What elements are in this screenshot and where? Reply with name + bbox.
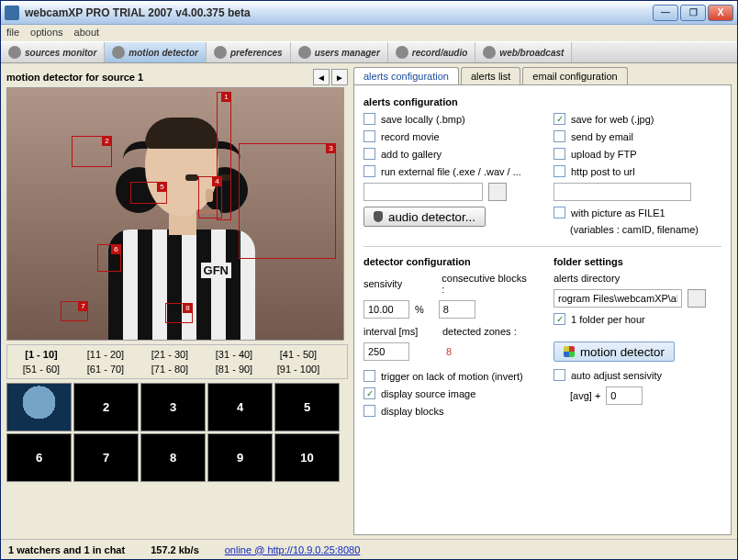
thumbnail[interactable]: 6 [6,433,72,482]
tool-motion[interactable]: motion detector [105,42,207,62]
detection-zone[interactable]: 3 [239,143,336,259]
status-online-link[interactable]: online @ http://10.9.0.25:8080 [225,544,730,555]
chk-display-blocks[interactable] [363,405,375,417]
record-icon [396,46,408,59]
thumbnail[interactable]: 10 [274,433,340,482]
alerts-dir-input[interactable] [554,289,682,308]
browse-ext-button[interactable] [488,183,507,201]
video-preview[interactable]: GFN 12345678 [6,87,344,341]
thumbnail[interactable]: 4 [207,383,273,431]
status-bar: 1 watchers and 1 in chat 157.2 kb/s onli… [1,539,737,559]
avg-input[interactable] [606,386,643,405]
zone-number: 7 [78,301,88,311]
detection-zone[interactable]: 2 [72,136,112,167]
range-option[interactable]: [1 - 10] [9,347,73,362]
tab-alerts-list[interactable]: alerts list [461,67,520,84]
chk-upload-ftp[interactable] [554,148,565,160]
minimize-button[interactable]: — [653,5,678,21]
thumbnail[interactable]: 9 [207,433,273,482]
detection-zone[interactable]: 6 [97,244,121,272]
menu-file[interactable]: file [6,27,19,39]
detector-heading: detector configuration [363,256,531,267]
range-option[interactable]: [91 - 100] [266,362,330,376]
chk-folder-per-hour[interactable]: ✓ [554,313,565,325]
range-option[interactable]: [81 - 90] [202,362,266,376]
tool-users[interactable]: users manager [291,42,388,62]
motion-detector-button[interactable]: motion detector [554,342,675,362]
menu-about[interactable]: about [74,27,100,39]
window-title: webcamXP PRO TRIAL 2007 v4.00.375 beta [25,6,651,19]
right-pane: alerts configuration alerts list email c… [353,67,732,535]
app-window: webcamXP PRO TRIAL 2007 v4.00.375 beta —… [0,0,738,560]
chk-display-source[interactable]: ✓ [363,387,375,399]
http-url-input[interactable] [554,183,691,201]
thumbnail[interactable] [6,383,72,431]
range-option[interactable]: [31 - 40] [202,347,266,362]
chk-with-picture[interactable] [554,207,565,218]
zone-number: 2 [102,136,112,146]
detection-zone[interactable]: 4 [198,176,222,218]
shirt-text: GFN [201,263,231,278]
sensivity-input[interactable] [363,300,409,319]
tab-alerts-config[interactable]: alerts configuration [353,67,459,84]
interval-input[interactable] [363,342,409,361]
consecutive-blocks-input[interactable] [439,300,475,319]
tab-email-config[interactable]: email configuration [522,67,627,84]
thumbnail-grid: 2345678910 [6,383,348,482]
chk-http-post[interactable] [554,165,565,177]
range-option[interactable]: [71 - 80] [138,362,202,376]
chk-save-local[interactable] [363,113,375,125]
chk-auto-adjust[interactable] [554,369,565,381]
status-watchers: 1 watchers and 1 in chat [8,544,125,555]
gear-icon [214,46,227,59]
chk-save-web[interactable]: ✓ [554,113,565,125]
detection-zone[interactable]: 7 [61,301,88,321]
menu-options[interactable]: options [30,27,62,39]
thumbnail[interactable]: 2 [73,383,139,431]
thumbnail[interactable]: 3 [140,383,206,431]
prev-source-button[interactable]: ◄ [313,69,330,85]
tool-sources[interactable]: sources monitor [1,42,105,62]
preview-title: motion detector for source 1 [6,72,143,83]
maximize-button[interactable]: ❐ [680,5,706,21]
next-source-button[interactable]: ► [331,69,348,85]
chk-trigger-invert[interactable] [363,370,375,382]
zone-number: 1 [221,92,231,102]
range-option[interactable]: [51 - 60] [9,362,73,376]
broadcast-icon [483,46,496,59]
ext-file-input[interactable] [363,183,483,201]
chk-record-movie[interactable] [363,130,375,142]
tool-web[interactable]: web/broadcast [475,42,572,62]
tool-prefs[interactable]: preferences [207,42,291,62]
microphone-icon [374,211,383,222]
folder-heading: folder settings [554,256,721,267]
range-option[interactable]: [21 - 30] [138,347,202,362]
browse-dir-button[interactable] [688,289,706,308]
close-button[interactable]: X [708,5,733,21]
range-option[interactable]: [11 - 20] [73,347,138,362]
alerts-heading: alerts configuration [363,96,721,107]
users-icon [298,46,311,59]
zone-number: 8 [183,303,193,313]
thumbnail[interactable]: 7 [73,433,139,482]
chk-run-ext[interactable] [363,165,375,177]
thumbnail[interactable]: 5 [274,383,340,431]
app-icon [5,6,19,20]
zone-number: 6 [111,244,121,254]
detection-zone[interactable]: 8 [165,303,193,323]
tool-record[interactable]: record/audio [388,42,476,62]
thumbnail[interactable]: 8 [140,433,206,482]
range-selector: [1 - 10][11 - 20][21 - 30][31 - 40][41 -… [6,344,348,379]
zone-number: 3 [326,143,336,153]
toolbar: sources monitor motion detector preferen… [1,41,737,63]
detected-zones-value: 8 [446,346,452,357]
left-pane: motion detector for source 1 ◄ ► [6,67,348,535]
range-option[interactable]: [41 - 50] [266,347,330,362]
status-speed: 157.2 kb/s [151,544,199,555]
chk-send-email[interactable] [554,130,565,142]
detection-zone[interactable]: 5 [130,182,167,204]
chk-add-gallery[interactable] [363,148,375,160]
range-option[interactable]: [61 - 70] [73,362,138,376]
zone-number: 4 [212,176,222,186]
audio-detector-button[interactable]: audio detector... [363,207,486,227]
